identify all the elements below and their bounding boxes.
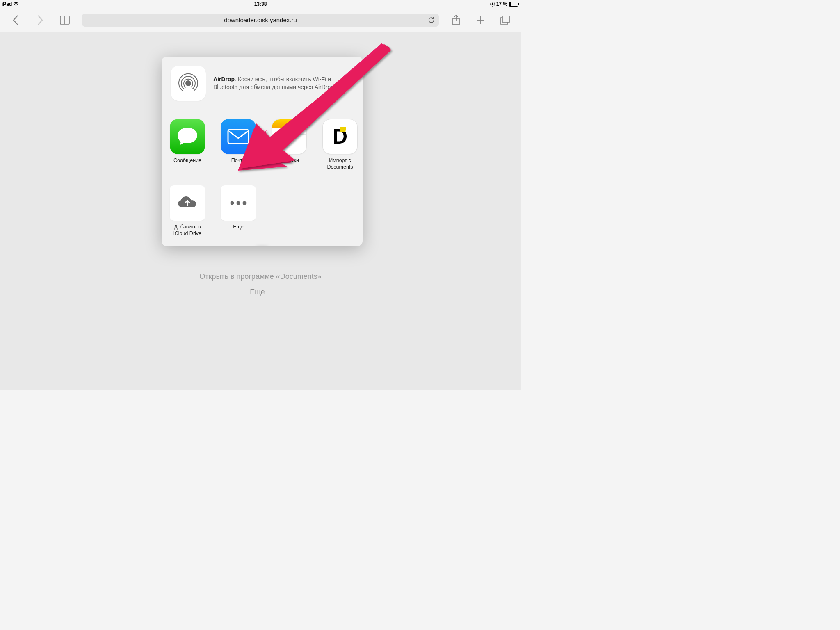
address-bar[interactable]: downloader.disk.yandex.ru: [82, 14, 439, 27]
share-app-messages[interactable]: Сообщение: [167, 119, 208, 170]
status-left: iPad: [2, 1, 19, 7]
share-actions-row: Добавить в iCloud Drive Еще: [162, 177, 363, 246]
wifi-icon: [13, 2, 19, 6]
icloud-drive-label: Добавить в iCloud Drive: [167, 224, 208, 237]
more-icon: [221, 185, 256, 221]
page-content: Открыть в программе «Documents» Еще... A…: [0, 32, 521, 390]
messages-label: Сообщение: [173, 158, 201, 164]
airdrop-title: AirDrop: [213, 76, 235, 82]
address-bar-text: downloader.disk.yandex.ru: [224, 16, 297, 23]
messages-icon: [170, 119, 205, 154]
svg-point-16: [243, 201, 247, 205]
documents-label: Импорт с Documents: [319, 158, 361, 170]
battery-icon: [509, 2, 519, 7]
status-right: 17 %: [490, 1, 519, 7]
safari-toolbar: downloader.disk.yandex.ru: [0, 8, 521, 32]
icloud-drive-icon: [170, 185, 205, 221]
tabs-button[interactable]: [495, 10, 515, 30]
bg-line2[interactable]: Еще...: [0, 288, 521, 297]
share-apps-row[interactable]: Сообщение Почта Заметки D Импорт с Docum…: [162, 110, 363, 177]
mail-label: Почта: [231, 158, 246, 164]
svg-point-11: [186, 81, 191, 86]
airdrop-icon: [171, 66, 206, 101]
status-bar: iPad 13:38 17 %: [0, 0, 521, 8]
share-sheet: AirDrop. Коснитесь, чтобы включить Wi-Fi…: [162, 57, 363, 246]
airdrop-section[interactable]: AirDrop. Коснитесь, чтобы включить Wi-Fi…: [162, 57, 363, 110]
share-app-mail[interactable]: Почта: [217, 119, 259, 170]
svg-rect-3: [518, 3, 519, 5]
documents-icon: D: [322, 119, 358, 154]
svg-rect-10: [502, 16, 509, 22]
device-label: iPad: [2, 1, 12, 7]
share-app-notes[interactable]: Заметки: [268, 119, 310, 170]
mail-icon: [221, 119, 256, 154]
share-button[interactable]: [446, 10, 466, 30]
status-time: 13:38: [254, 1, 267, 7]
share-app-documents[interactable]: D Импорт с Documents: [319, 119, 361, 170]
action-more[interactable]: Еще: [217, 185, 259, 237]
bookmarks-button[interactable]: [55, 10, 75, 30]
back-button[interactable]: [6, 10, 25, 30]
new-tab-button[interactable]: [471, 10, 491, 30]
svg-point-15: [237, 201, 240, 205]
reload-button[interactable]: [428, 16, 435, 24]
bg-line1: Открыть в программе «Documents»: [0, 272, 521, 281]
forward-button[interactable]: [30, 10, 50, 30]
battery-percent: 17 %: [496, 1, 507, 7]
svg-rect-2: [509, 2, 511, 6]
svg-point-14: [231, 201, 234, 205]
more-label: Еще: [233, 224, 243, 231]
notes-icon: [272, 119, 307, 154]
orientation-lock-icon: [490, 2, 495, 7]
action-icloud-drive[interactable]: Добавить в iCloud Drive: [167, 185, 208, 237]
airdrop-text: AirDrop. Коснитесь, чтобы включить Wi-Fi…: [213, 75, 345, 91]
svg-rect-12: [228, 130, 249, 144]
notes-label: Заметки: [279, 158, 299, 164]
